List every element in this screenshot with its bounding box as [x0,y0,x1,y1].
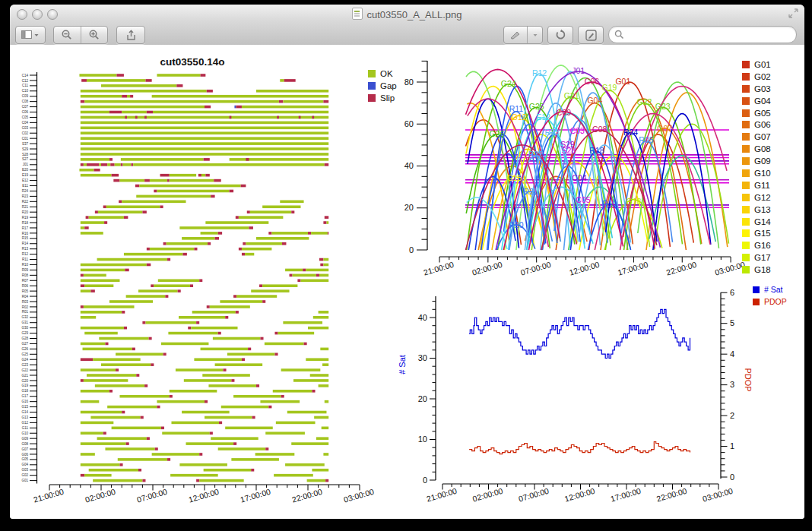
svg-text:C01: C01 [22,137,29,141]
svg-text:R01: R01 [22,310,29,314]
svg-text:02:00:00: 02:00:00 [471,260,503,277]
svg-text:C10: C10 [22,89,29,93]
svg-text:G22: G22 [637,97,652,106]
svg-text:G32: G32 [21,315,28,319]
svg-text:G24: G24 [501,79,516,88]
fullscreen-icon[interactable] [788,8,798,18]
svg-text:G23: G23 [21,363,28,367]
svg-text:S28: S28 [561,146,576,155]
svg-text:G10: G10 [21,431,28,435]
svg-text:02:00:00: 02:00:00 [84,487,117,504]
legend-item-gap: Gap [368,80,397,92]
svg-text:S37: S37 [22,142,29,146]
gps-legend: G01G02G03G04G05G06G07G08G09G10G11G12G13G… [742,58,771,276]
rotate-left-button[interactable] [547,26,573,44]
svg-text:R12: R12 [22,252,29,256]
pdop-series [469,442,690,454]
share-button[interactable] [116,26,145,44]
legend-item-ok: OK [368,68,397,80]
g-legend-swatch [742,109,750,117]
svg-text:G16: G16 [21,400,28,403]
zoom-in-button[interactable] [81,27,108,43]
pen-icon [509,30,522,40]
g-legend-swatch [742,73,750,81]
svg-text:S29: S29 [22,147,29,151]
svg-text:G26: G26 [489,129,504,138]
markup-button[interactable] [578,26,604,44]
search-icon [614,30,624,40]
svg-text:C14: C14 [22,74,29,77]
svg-text:G29: G29 [21,331,28,335]
elevation-curves [465,65,729,250]
svg-text:21:00:00: 21:00:00 [426,486,458,504]
g-legend-item: G10 [742,167,771,179]
g-legend-item: G18 [742,264,771,276]
svg-text:R05: R05 [22,289,29,293]
search-input[interactable] [627,27,793,42]
window-title: cut03550_A_ALL.png [10,8,804,21]
svg-text:R23: R23 [544,128,559,137]
svg-text:0: 0 [409,245,414,254]
legend-item-slip: Slip [368,92,397,104]
g-legend-swatch [742,61,750,68]
g-legend-item: G13 [742,204,771,216]
svg-text:J01: J01 [23,163,29,166]
svg-text:R24: R24 [623,128,638,137]
svg-text:30: 30 [418,353,427,362]
svg-text:17:00:00: 17:00:00 [239,487,272,504]
svg-text:40: 40 [418,313,427,322]
g-legend-item: G04 [742,95,771,107]
image-canvas: C14C12C11C10C09C08C07C06C05C04C03C02C01S… [10,45,804,519]
svg-text:C05: C05 [22,115,29,119]
svg-text:0: 0 [423,476,427,485]
chevron-down-icon [33,32,40,38]
pen-dropdown-button[interactable] [528,27,542,43]
g-legend-item: G15 [742,227,771,239]
titlebar[interactable]: cut03550_A_ALL.png [10,5,804,21]
svg-text:17:00:00: 17:00:00 [617,260,649,277]
svg-text:C06: C06 [585,77,599,86]
svg-text:R14: R14 [22,242,29,245]
svg-text:G02: G02 [21,473,28,477]
rotate-left-icon [554,29,566,41]
svg-text:G04: G04 [587,96,602,105]
svg-text:G05: G05 [21,457,28,461]
svg-text:G21: G21 [564,91,579,100]
zoom-out-button[interactable] [54,27,81,43]
window-chrome: cut03550_A_ALL.png [10,5,804,46]
svg-text:R22: R22 [528,150,543,159]
pdop-swatch [753,299,760,305]
g-legend-swatch [742,206,750,213]
legend-item-nsat: # Sat [753,283,787,296]
svg-text:R03: R03 [22,300,29,304]
g-legend-swatch [742,145,750,153]
view-mode-button[interactable] [15,26,46,44]
svg-text:G14: G14 [21,410,28,414]
highlight-pen-button[interactable] [504,27,528,43]
zoom-in-icon [88,29,100,41]
svg-text:12:00:00: 12:00:00 [563,486,596,504]
g-legend-item: G01 [742,58,771,71]
svg-text:21:00:00: 21:00:00 [423,260,455,277]
g-legend-swatch [742,242,750,249]
svg-text:G13: G13 [21,416,28,419]
svg-text:22:00:00: 22:00:00 [665,260,698,277]
svg-text:E11: E11 [22,184,28,188]
g-legend-item: G06 [742,119,771,131]
svg-text:C03: C03 [570,126,585,135]
svg-text:R02: R02 [22,305,29,309]
svg-text:G06: G06 [21,453,28,457]
svg-text:20: 20 [404,203,414,212]
g-legend-item: G05 [742,107,771,119]
ok-swatch [368,70,376,77]
g-legend-swatch [742,218,750,226]
svg-text:S27: S27 [22,157,29,161]
svg-text:R19: R19 [602,199,617,208]
g-legend-swatch [742,266,750,273]
svg-text:C06: C06 [22,110,29,114]
svg-text:G04: G04 [21,463,28,466]
g-legend-item: G02 [742,71,771,83]
svg-text:R21: R21 [22,205,29,209]
svg-text:G08: G08 [21,442,28,446]
svg-text:R09: R09 [22,268,29,272]
